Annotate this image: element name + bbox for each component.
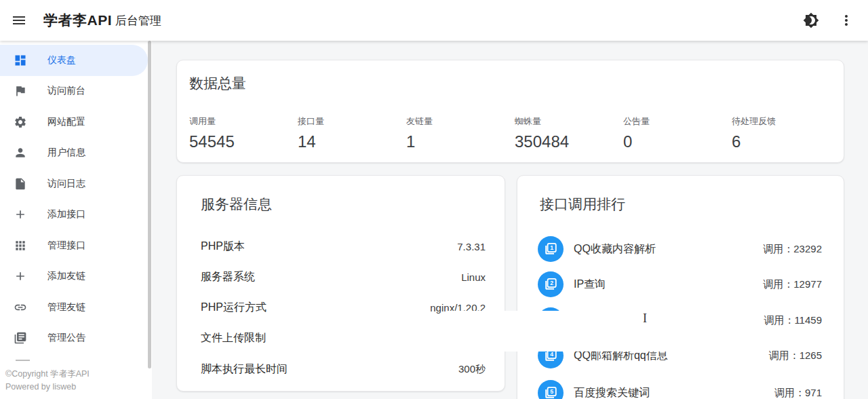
stats-card-title: 数据总量 [189,74,246,93]
flag-icon [14,84,27,98]
server-row-label: 文件上传限制 [201,331,266,345]
sidebar-item-site-config[interactable]: 网站配置 [0,107,148,138]
sidebar-item-label: 仪表盘 [47,54,76,66]
hamburger-icon [11,12,27,28]
ranking-item-calls: 调用：971 [774,387,822,399]
ranking-item-calls: 调用：12977 [763,278,822,291]
sidebar-item-label: 添加友链 [47,270,85,282]
stats-row: 调用量 54545 接口量 14 友链量 1 蜘蛛量 350484 公告量 0 … [189,115,840,151]
more-menu-button[interactable] [838,12,854,28]
rank-2-icon: 2 [538,271,564,297]
stat-label: 待处理反馈 [732,115,840,128]
ranking-card-title: 接口调用排行 [540,195,625,214]
sidebar-item-label: 访问日志 [47,178,85,190]
server-info-row: PHP版本 7.3.31 [201,240,486,253]
server-info-row: 文件上传限制 [201,331,486,345]
library-icon [14,331,27,345]
sidebar-item-manage-api[interactable]: 管理接口 [0,230,148,261]
stat-announcement-count: 公告量 0 [623,115,732,151]
stat-value: 6 [732,132,840,151]
sidebar-item-manage-friendlink[interactable]: 管理友链 [0,292,148,323]
ranking-item-name: IP查询 [574,278,763,292]
rank-1-icon: 1 [538,236,564,262]
server-row-label: PHP版本 [201,240,245,254]
rank-5-icon: 5 [538,380,564,399]
ranking-item: 2 IP查询 调用：12977 [538,271,822,297]
sidebar-item-add-friendlink[interactable]: 添加友链 [0,261,148,292]
copyright-text: ©Copyright 学者李API [5,368,148,381]
stat-spider-count: 蜘蛛量 350484 [515,115,623,151]
stat-label: 友链量 [406,115,515,128]
sidebar-item-label: 管理接口 [47,240,85,252]
sidebar-nav: 仪表盘 访问前台 网站配置 用户信息 访问日志 [0,41,152,354]
apps-grid-icon [14,239,27,252]
ranking-item-calls: 调用：23292 [763,243,822,256]
powered-by-text: Powered by lisweb [5,381,148,394]
server-row-label: 服务器系统 [201,270,255,284]
plus-icon [14,208,27,221]
stat-value: 14 [298,132,406,151]
ranking-item-name: QQ收藏内容解析 [574,242,763,256]
svg-text:4: 4 [550,351,553,358]
plus-icon [14,269,27,283]
sidebar-item-label: 添加接口 [47,208,85,221]
svg-text:2: 2 [550,280,553,286]
sidebar-item-visit-frontend[interactable]: 访问前台 [0,76,148,107]
stat-label: 公告量 [623,115,732,128]
brightness-icon [803,12,819,28]
theme-toggle-button[interactable] [803,12,819,28]
text-cursor-icon: I [643,311,647,326]
stat-api-count: 接口量 14 [298,115,406,151]
sidebar-item-access-log[interactable]: 访问日志 [0,168,148,200]
sidebar-item-dashboard[interactable]: 仪表盘 [0,45,148,76]
stat-value: 1 [406,132,515,151]
censor-overlay: I [448,311,754,352]
footer-divider [16,360,30,361]
server-info-card: 服务器信息 PHP版本 7.3.31 服务器系统 Linux PHP运行方式 n… [176,175,505,392]
sidebar-item-manage-announcement[interactable]: 管理公告 [0,323,148,354]
sidebar: 仪表盘 访问前台 网站配置 用户信息 访问日志 [0,41,152,399]
sidebar-item-user-info[interactable]: 用户信息 [0,138,148,169]
stat-call-count: 调用量 54545 [189,115,298,151]
ranking-item-calls: 调用：11459 [764,314,822,327]
server-row-label: PHP运行方式 [201,301,267,315]
server-row-value: 300秒 [458,363,486,376]
api-ranking-card: 接口调用排行 1 QQ收藏内容解析 调用：23292 2 IP查询 调用：129… [517,175,844,399]
page-subtitle: 后台管理 [115,0,161,41]
gear-icon [14,115,27,129]
sidebar-scrollbar[interactable] [148,41,151,368]
stat-pending-feedback: 待处理反馈 6 [732,115,840,151]
ranking-item-name: 百度搜索关键词 [574,386,774,399]
file-icon [14,177,27,191]
ranking-item-calls: 调用：1265 [769,349,822,362]
person-icon [14,146,27,159]
app-title: 学者李API [43,0,112,41]
stat-value: 350484 [515,132,623,151]
server-row-value: Linux [461,271,486,283]
server-info-row: 服务器系统 Linux [201,270,486,284]
stat-label: 接口量 [298,115,406,128]
stat-value: 54545 [189,132,298,151]
server-row-label: 脚本执行最长时间 [201,362,288,377]
menu-button[interactable] [11,12,27,28]
dashboard-icon [14,54,27,67]
stat-friendlink-count: 友链量 1 [406,115,515,151]
sidebar-footer: ©Copyright 学者李API Powered by lisweb [0,360,148,394]
stat-label: 调用量 [189,115,298,128]
sidebar-item-label: 管理公告 [47,332,85,344]
sidebar-item-add-api[interactable]: 添加接口 [0,200,148,231]
server-card-title: 服务器信息 [201,195,272,214]
ranking-item: 1 QQ收藏内容解析 调用：23292 [538,236,822,262]
sidebar-item-label: 访问前台 [47,85,85,97]
link-icon [14,301,27,314]
svg-text:5: 5 [550,388,553,395]
ranking-item: 5 百度搜索关键词 调用：971 [538,380,822,399]
sidebar-item-label: 网站配置 [47,116,85,128]
svg-text:1: 1 [550,244,553,251]
kebab-menu-icon [838,12,854,28]
sidebar-item-label: 管理友链 [47,301,85,314]
server-row-value: 7.3.31 [457,241,486,252]
sidebar-item-label: 用户信息 [47,147,85,159]
stat-label: 蜘蛛量 [515,115,623,128]
server-info-row: 脚本执行最长时间 300秒 [201,362,486,376]
